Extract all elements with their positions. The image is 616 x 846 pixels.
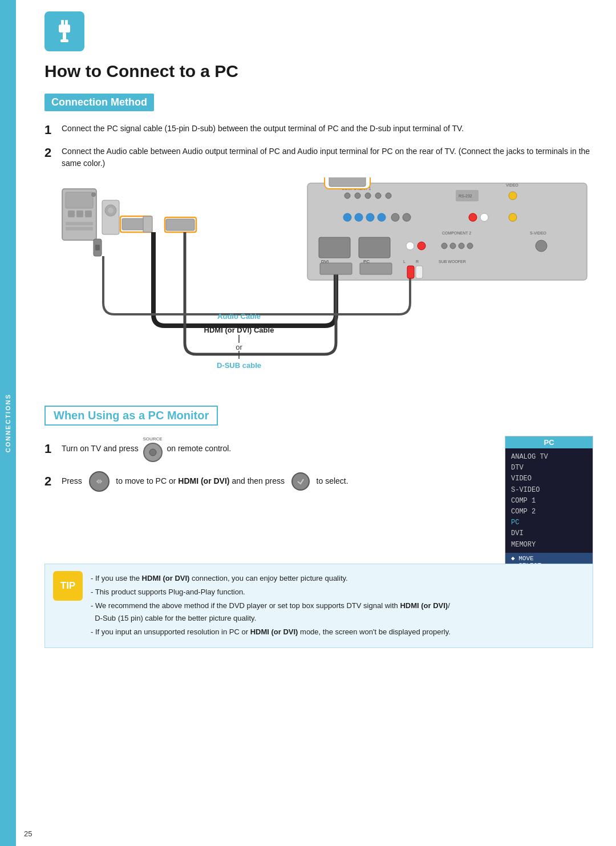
main-content: How to Connect to a PC Connection Method…: [16, 0, 616, 665]
svg-point-15: [108, 208, 114, 213]
svg-rect-10: [66, 222, 93, 225]
pc-menu-item-5: COMP 2: [511, 507, 587, 517]
step2-text: Connect the Audio cable between Audio ou…: [62, 145, 593, 169]
pc-menu-item-6: PC: [511, 517, 587, 528]
section2-step2-text: Press to move to PC or HDMI (or DVI) and…: [62, 471, 593, 492]
svg-rect-6: [66, 192, 93, 208]
step2: 2 Connect the Audio cable between Audio …: [44, 145, 593, 169]
svg-point-34: [480, 213, 488, 221]
section2-step1: 1 Turn on TV and press SOURCE on remote …: [44, 436, 593, 462]
svg-point-72: [149, 449, 156, 456]
pc-menu-item-8: MEMORY: [511, 540, 587, 550]
section2: When Using as a PC Monitor PC ANALOG TV …: [44, 406, 593, 550]
svg-rect-3: [63, 33, 66, 41]
svg-point-47: [459, 243, 464, 249]
section1-header: Connection Method: [44, 94, 154, 111]
svg-text:R: R: [416, 260, 419, 264]
svg-point-24: [509, 192, 517, 200]
svg-point-20: [375, 193, 381, 199]
pc-menu-move: ◆ MOVE: [511, 554, 587, 562]
svg-point-45: [441, 243, 447, 249]
section2-step1-number: 1: [44, 442, 62, 456]
sidebar: CONNECTIONS: [0, 0, 16, 846]
svg-point-75: [98, 480, 101, 483]
pc-menu-item-4: COMP 1: [511, 496, 587, 507]
svg-rect-60: [416, 266, 423, 278]
svg-text:S-VIDEO: S-VIDEO: [530, 231, 546, 235]
pc-menu-item-7: DVI: [511, 528, 587, 539]
tip-line-2: - This product supports Plug-and-Play fu…: [91, 586, 582, 598]
nav-button-icon: [89, 471, 110, 492]
svg-point-46: [450, 243, 456, 249]
connection-diagram: RS-232 VIDEO COMPONENT 1 DVI PC: [44, 177, 593, 394]
svg-rect-54: [143, 216, 152, 232]
tip-line-3: - We recommend the above method if the D…: [91, 600, 582, 625]
svg-point-12: [91, 192, 96, 197]
svg-rect-11: [66, 227, 93, 230]
pc-menu-body: ANALOG TV DTV VIDEO S-VIDEO COMP 1 COMP …: [505, 448, 593, 553]
svg-point-35: [509, 213, 517, 221]
step1-number: 1: [44, 123, 62, 137]
svg-rect-61: [320, 263, 352, 274]
source-button-icon: [143, 443, 163, 462]
tip-badge: TIP: [53, 571, 83, 601]
svg-text:VIDEO: VIDEO: [506, 183, 518, 187]
svg-rect-36: [319, 237, 350, 258]
tip-box: TIP - If you use the HDMI (or DVI) conne…: [44, 564, 593, 648]
section2-step2: 2 Press to move to PC or HDMI (or DVI) a…: [44, 471, 593, 492]
svg-point-51: [536, 240, 547, 252]
top-icon: [44, 11, 84, 51]
svg-point-31: [391, 213, 399, 221]
page-title: How to Connect to a PC: [44, 62, 593, 81]
section2-step1-text: Turn on TV and press SOURCE on remote co…: [62, 436, 593, 462]
svg-rect-38: [359, 237, 390, 258]
svg-point-40: [406, 242, 414, 250]
page-number: 25: [24, 829, 32, 838]
source-label: SOURCE: [143, 436, 162, 443]
svg-text:SUB WOOFER: SUB WOOFER: [439, 260, 466, 264]
svg-rect-2: [59, 25, 70, 33]
svg-point-48: [467, 243, 473, 249]
svg-point-30: [378, 213, 386, 221]
section2-content: PC ANALOG TV DTV VIDEO S-VIDEO COMP 1 CO…: [44, 436, 593, 550]
svg-text:Audio Cable: Audio Cable: [217, 312, 261, 321]
svg-point-42: [418, 242, 425, 250]
svg-point-17: [345, 193, 350, 199]
svg-text:D-SUB cable: D-SUB cable: [217, 361, 261, 370]
svg-point-32: [403, 213, 411, 221]
diagram-area: RS-232 VIDEO COMPONENT 1 DVI PC: [44, 177, 593, 394]
step2-number: 2: [44, 145, 62, 160]
svg-point-29: [366, 213, 374, 221]
section2-header: When Using as a PC Monitor: [44, 406, 218, 426]
svg-rect-7: [68, 211, 75, 217]
sidebar-label: CONNECTIONS: [5, 394, 11, 452]
svg-point-33: [469, 213, 477, 221]
section2-step2-number: 2: [44, 474, 62, 489]
svg-text:COMPONENT 2: COMPONENT 2: [442, 231, 471, 235]
step1-text: Connect the PC signal cable (15-pin D-su…: [62, 123, 593, 135]
svg-text:or: or: [236, 343, 242, 351]
svg-text:L: L: [403, 260, 406, 264]
svg-point-21: [386, 193, 391, 199]
svg-point-18: [355, 193, 360, 199]
svg-point-27: [343, 213, 351, 221]
svg-text:HDMI (or DVI) Cable: HDMI (or DVI) Cable: [204, 326, 274, 334]
svg-rect-4: [60, 39, 68, 42]
step1: 1 Connect the PC signal cable (15-pin D-…: [44, 123, 593, 137]
svg-rect-65: [329, 177, 366, 187]
svg-rect-59: [407, 266, 414, 278]
svg-rect-62: [360, 263, 392, 274]
svg-rect-8: [76, 211, 83, 217]
svg-rect-9: [85, 211, 92, 217]
svg-rect-58: [95, 245, 100, 250]
tip-line-1: - If you use the HDMI (or DVI) connectio…: [91, 572, 582, 585]
enter-button-icon: [291, 472, 310, 491]
svg-point-28: [355, 213, 363, 221]
svg-rect-56: [166, 219, 194, 230]
svg-point-19: [365, 193, 371, 199]
tip-line-4: - If you input an unsupported resolution…: [91, 626, 582, 638]
svg-text:RS-232: RS-232: [459, 194, 472, 198]
